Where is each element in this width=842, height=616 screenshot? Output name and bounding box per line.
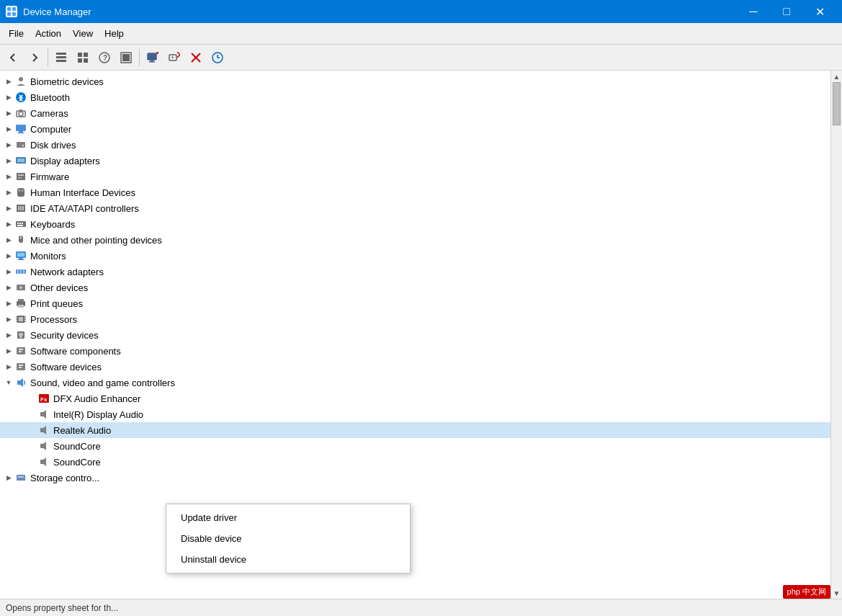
- svg-text:+: +: [171, 54, 174, 61]
- detail-view-button[interactable]: [116, 48, 136, 68]
- svg-rect-47: [19, 223, 21, 224]
- expander-displayadapters[interactable]: ▶: [3, 155, 14, 166]
- device-tree[interactable]: ▶ Biometric devices ▶ Bluetooth ▶: [0, 71, 830, 599]
- tree-item-processors[interactable]: ▶ Processors: [0, 311, 830, 327]
- context-menu-uninstall-device[interactable]: Uninstall device: [166, 549, 410, 570]
- svg-rect-75: [19, 336, 22, 338]
- svg-rect-79: [17, 363, 25, 370]
- tree-item-softdev[interactable]: ▶ Software devices: [0, 359, 830, 375]
- svg-rect-17: [149, 61, 155, 63]
- tree-item-mice[interactable]: ▶ Mice and other pointing devices: [0, 232, 830, 248]
- svg-rect-10: [84, 58, 88, 63]
- expander-security[interactable]: ▶: [3, 329, 14, 341]
- status-bar: Opens property sheet for th...: [0, 599, 842, 616]
- scan-button[interactable]: [143, 48, 163, 68]
- tree-item-keyboards[interactable]: ▶ Keyboards: [0, 216, 830, 232]
- menu-help[interactable]: Help: [99, 25, 130, 42]
- tree-item-firmware[interactable]: ▶ Firmware: [0, 169, 830, 184]
- svg-rect-14: [122, 54, 130, 61]
- update-driver-button[interactable]: [207, 48, 228, 68]
- label-dfx: DFX Audio Enhancer: [53, 393, 140, 404]
- expander-cameras[interactable]: ▶: [3, 107, 14, 119]
- tree-item-security[interactable]: ▶ Security devices: [0, 327, 830, 343]
- expander-firmware[interactable]: ▶: [3, 171, 14, 182]
- tree-item-displayadapters[interactable]: ▶ Display adapters: [0, 153, 830, 169]
- label-storage: Storage contro...: [30, 473, 99, 483]
- expander-processors[interactable]: ▶: [3, 313, 14, 325]
- icon-security: [14, 329, 27, 342]
- tree-view-button[interactable]: [51, 48, 71, 68]
- scroll-up-arrow[interactable]: ▲: [831, 71, 843, 82]
- tree-item-printq[interactable]: ▶ Print queues: [0, 295, 830, 311]
- properties-button[interactable]: ?: [94, 48, 115, 68]
- menu-action[interactable]: Action: [30, 25, 67, 42]
- label-keyboards: Keyboards: [30, 219, 75, 230]
- tree-item-hid[interactable]: ▶ Human Interface Devices: [0, 184, 830, 200]
- svg-rect-74: [19, 333, 23, 336]
- tree-item-biometric[interactable]: ▶ Biometric devices: [0, 73, 830, 89]
- title-bar-left: Device Manager: [6, 6, 91, 17]
- expander-keyboards[interactable]: ▶: [3, 218, 14, 230]
- scroll-thumb[interactable]: [833, 82, 841, 125]
- back-button[interactable]: [3, 48, 23, 68]
- tree-item-sound[interactable]: ▼ Sound, video and game controllers: [0, 375, 830, 390]
- tree-item-bluetooth[interactable]: ▶ Bluetooth: [0, 89, 830, 105]
- close-button[interactable]: ✕: [803, 0, 836, 23]
- icon-printq: [14, 297, 27, 310]
- context-menu-disable-device[interactable]: Disable device: [166, 528, 410, 549]
- label-soundcore1: SoundCore: [53, 441, 101, 452]
- menu-file[interactable]: File: [3, 25, 30, 42]
- menu-view[interactable]: View: [67, 25, 99, 42]
- svg-marker-87: [40, 442, 46, 450]
- tree-item-other[interactable]: ▶ Other devices: [0, 280, 830, 295]
- minimize-button[interactable]: ─: [737, 0, 770, 23]
- scroll-down-arrow[interactable]: ▼: [831, 587, 843, 599]
- scrollbar[interactable]: ▲ ▼: [830, 71, 842, 599]
- expander-network[interactable]: ▶: [3, 266, 14, 277]
- forward-button[interactable]: [24, 48, 45, 68]
- tree-item-ideata[interactable]: ▶ IDE ATA/ATAPI controllers: [0, 200, 830, 216]
- expander-monitors[interactable]: ▶: [3, 250, 14, 262]
- tree-item-softcomp[interactable]: ▶ Software components: [0, 343, 830, 359]
- svg-rect-28: [16, 125, 26, 131]
- label-printq: Print queues: [30, 298, 83, 309]
- svg-rect-64: [18, 305, 24, 308]
- label-other: Other devices: [30, 282, 88, 293]
- svg-rect-42: [18, 206, 19, 210]
- expander-diskdrives[interactable]: ▶: [3, 139, 14, 151]
- restore-button[interactable]: □: [770, 0, 803, 23]
- expander-printq[interactable]: ▶: [3, 298, 14, 309]
- tree-sub-item-realtek[interactable]: Realtek Audio: [0, 422, 830, 438]
- svg-rect-29: [19, 131, 23, 133]
- tree-sub-item-dfx[interactable]: Fx DFX Audio Enhancer: [0, 390, 830, 406]
- expander-hid[interactable]: ▶: [3, 187, 14, 198]
- tree-item-network[interactable]: ▶ Network adapters: [0, 264, 830, 280]
- expander-other[interactable]: ▶: [3, 282, 14, 293]
- label-displayadapters: Display adapters: [30, 156, 100, 166]
- tree-item-diskdrives[interactable]: ▶ Disk drives: [0, 137, 830, 153]
- expander-ideata[interactable]: ▶: [3, 202, 14, 214]
- tree-item-monitors[interactable]: ▶ Monitors: [0, 248, 830, 264]
- tree-sub-item-soundcore2[interactable]: SoundCore: [0, 454, 830, 470]
- svg-rect-1: [12, 7, 16, 11]
- svg-rect-31: [17, 142, 25, 148]
- expander-computer[interactable]: ▶: [3, 123, 14, 135]
- expander-bluetooth[interactable]: ▶: [3, 91, 14, 103]
- expander-sound[interactable]: ▼: [3, 377, 14, 388]
- svg-rect-4: [56, 53, 66, 55]
- expander-storage[interactable]: ▶: [3, 472, 14, 483]
- expander-biometric[interactable]: ▶: [3, 76, 14, 87]
- svg-rect-37: [18, 177, 22, 179]
- tree-item-computer[interactable]: ▶ Computer: [0, 121, 830, 137]
- resource-view-button[interactable]: [73, 48, 93, 68]
- expander-mice[interactable]: ▶: [3, 234, 14, 246]
- tree-sub-item-soundcore1[interactable]: SoundCore: [0, 438, 830, 454]
- expander-softcomp[interactable]: ▶: [3, 345, 14, 357]
- tree-item-cameras[interactable]: ▶ Cameras: [0, 105, 830, 121]
- expander-softdev[interactable]: ▶: [3, 361, 14, 372]
- tree-sub-item-intelaudio[interactable]: Intel(R) Display Audio: [0, 406, 830, 422]
- add-driver-button[interactable]: +: [164, 48, 184, 68]
- context-menu-update-driver[interactable]: Update driver: [166, 507, 410, 528]
- remove-driver-button[interactable]: [186, 48, 206, 68]
- tree-item-storage[interactable]: ▶ Storage contro...: [0, 470, 830, 486]
